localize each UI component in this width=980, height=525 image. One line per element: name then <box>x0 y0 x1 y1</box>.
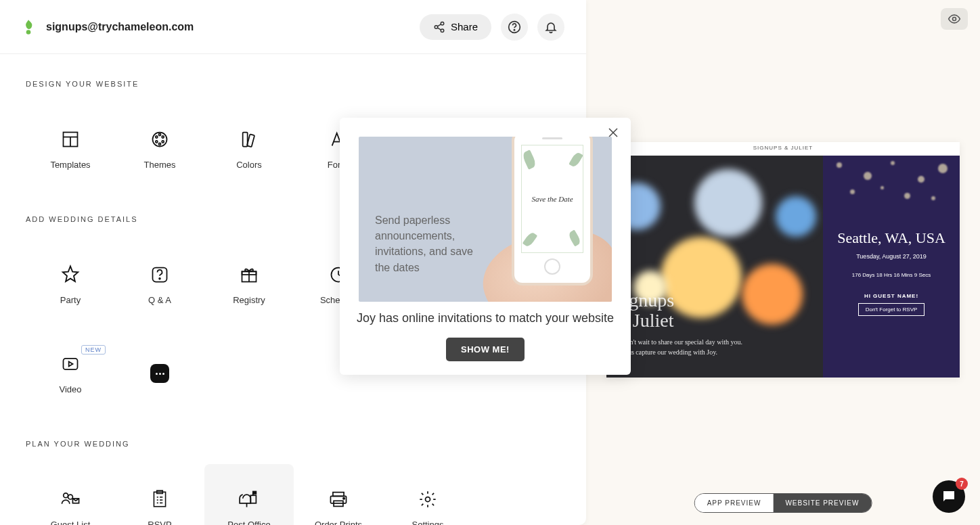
help-button[interactable] <box>501 14 528 41</box>
svg-point-52 <box>953 18 956 21</box>
tile-colors[interactable]: Colors <box>204 104 294 193</box>
tile-label: Q & A <box>148 295 171 305</box>
plan-grid: Guest List RSVP Post Office <box>26 464 560 525</box>
svg-point-15 <box>162 140 164 142</box>
header: signups@trychameleon.com Share <box>0 0 586 54</box>
hero-line-1: We can't wait to share our special day w… <box>613 337 742 347</box>
svg-line-4 <box>437 24 441 26</box>
section-design-title: DESIGN YOUR WEBSITE <box>26 80 560 88</box>
save-the-date-text: Save the Date <box>531 195 573 203</box>
toggle-app-preview[interactable]: APP PREVIEW <box>695 494 774 512</box>
tile-label: RSVP <box>148 520 171 526</box>
preview-visibility-button[interactable] <box>941 8 968 30</box>
tile-themes[interactable]: Themes <box>115 104 204 193</box>
tile-label: Templates <box>50 160 90 170</box>
svg-rect-47 <box>333 492 344 496</box>
chat-icon <box>941 488 957 505</box>
preview-countdown: 176 Days 18 Hrs 16 Mins 9 Secs <box>852 272 931 278</box>
close-icon <box>608 128 618 137</box>
post-office-icon <box>238 488 260 510</box>
tile-guest-list[interactable]: Guest List <box>26 464 115 525</box>
tile-more[interactable] <box>115 329 204 418</box>
preview-body: Signups& Juliet We can't wait to share o… <box>606 156 960 378</box>
svg-point-17 <box>158 143 160 145</box>
tile-label: Video <box>59 384 81 394</box>
party-icon <box>60 264 81 286</box>
more-icon <box>150 364 169 383</box>
website-preview: SIGNUPS & JULIET Signups& Juliet We can'… <box>606 142 960 378</box>
share-button[interactable]: Share <box>420 14 491 40</box>
gear-icon <box>417 488 439 510</box>
registry-icon <box>238 264 260 286</box>
phone-illustration: Save the Date <box>512 137 593 286</box>
preview-brand: SIGNUPS & JULIET <box>606 142 960 156</box>
svg-point-13 <box>162 135 164 137</box>
modal-title: Joy has online invitations to match your… <box>356 311 615 325</box>
tile-qa[interactable]: Q & A <box>115 239 204 329</box>
svg-rect-43 <box>250 495 256 503</box>
preview-hero-text: Signups& Juliet We can't wait to share o… <box>613 290 742 357</box>
section-plan-title: PLAN YOUR WEDDING <box>26 440 560 448</box>
tile-settings[interactable]: Settings <box>383 464 472 525</box>
toggle-website-preview[interactable]: WEBSITE PREVIEW <box>773 494 871 512</box>
notifications-button[interactable] <box>537 14 564 41</box>
svg-point-2 <box>435 25 438 28</box>
tile-label: Colors <box>236 160 262 170</box>
preview-panel: SIGNUPS & JULIET Signups& Juliet We can'… <box>586 0 980 525</box>
preview-location: Seattle, WA, USA <box>837 230 945 246</box>
svg-point-23 <box>159 277 160 279</box>
tile-party[interactable]: Party <box>26 239 115 329</box>
tile-registry[interactable]: Registry <box>204 239 294 329</box>
guest-list-icon <box>60 488 81 510</box>
show-me-button[interactable]: SHOW ME! <box>446 338 525 361</box>
chat-badge: 7 <box>956 478 968 490</box>
preview-details: Seattle, WA, USA Tuesday, August 27, 201… <box>823 156 960 378</box>
svg-rect-45 <box>253 491 257 493</box>
svg-point-7 <box>514 29 514 30</box>
themes-icon <box>149 129 171 150</box>
tile-video[interactable]: NEW Video <box>26 329 115 418</box>
svg-point-16 <box>158 133 160 135</box>
tile-templates[interactable]: Templates <box>26 104 115 193</box>
templates-icon <box>60 129 81 150</box>
svg-point-1 <box>441 22 444 25</box>
tile-label: Guest List <box>51 520 91 526</box>
colors-icon <box>238 129 260 150</box>
svg-point-14 <box>156 140 158 142</box>
bell-icon <box>544 20 558 34</box>
svg-line-5 <box>437 28 441 30</box>
tile-post-office[interactable]: Post Office <box>204 464 294 525</box>
svg-rect-35 <box>154 492 165 506</box>
joy-logo-icon <box>22 18 35 36</box>
svg-rect-30 <box>64 358 78 369</box>
preview-guest-label: HI GUEST NAME! <box>864 293 918 299</box>
new-badge: NEW <box>81 345 106 355</box>
svg-marker-21 <box>63 266 79 281</box>
svg-point-0 <box>26 30 31 35</box>
help-icon <box>508 20 521 34</box>
tile-rsvp[interactable]: RSVP <box>115 464 204 525</box>
preview-toggle: APP PREVIEW WEBSITE PREVIEW <box>694 493 872 513</box>
tile-label: Registry <box>233 295 265 305</box>
tile-label: Post Office <box>227 520 270 526</box>
account-email: signups@trychameleon.com <box>46 21 194 33</box>
tile-label: Order Prints <box>315 520 362 526</box>
header-actions: Share <box>420 14 564 41</box>
tile-label: Themes <box>144 160 176 170</box>
share-label: Share <box>451 21 478 32</box>
tile-label: Party <box>60 295 81 305</box>
svg-point-32 <box>64 493 68 497</box>
modal-hero-text: Send paperless announcements, invitation… <box>375 212 483 275</box>
share-icon <box>433 21 445 33</box>
printer-icon <box>328 488 349 510</box>
preview-hero: Signups& Juliet We can't wait to share o… <box>606 156 823 378</box>
invitations-modal: Send paperless announcements, invitation… <box>340 118 631 375</box>
tile-order-prints[interactable]: Order Prints <box>294 464 383 525</box>
preview-rsvp-button[interactable]: Don't Forget to RSVP <box>858 303 925 316</box>
hero-line-2: Help us capture our wedding with Joy. <box>613 347 742 357</box>
svg-point-51 <box>426 497 430 501</box>
tile-label: Settings <box>412 520 444 526</box>
chat-button[interactable]: 7 <box>933 480 965 513</box>
rsvp-icon <box>149 488 171 510</box>
svg-point-50 <box>343 497 344 499</box>
